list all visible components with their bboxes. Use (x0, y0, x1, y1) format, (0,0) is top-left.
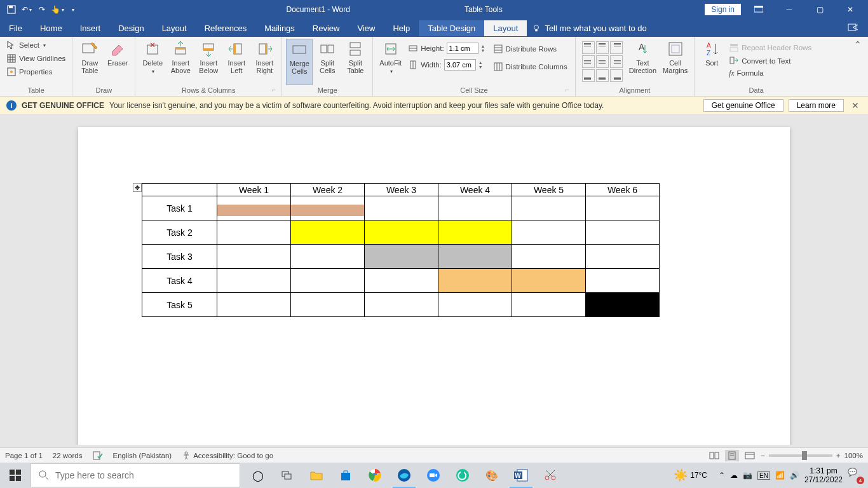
zoom-level[interactable]: 100% (844, 452, 863, 459)
table-cell[interactable] (291, 245, 365, 269)
undo-button[interactable]: ↶▾ (20, 3, 33, 16)
table-cell[interactable] (438, 196, 512, 220)
read-mode-button[interactable] (707, 450, 721, 461)
save-button[interactable] (5, 3, 18, 16)
sign-in-button[interactable]: Sign in (705, 4, 741, 15)
convert-text-button[interactable]: Convert to Text (726, 55, 814, 67)
close-button[interactable]: ✕ (837, 1, 863, 18)
print-layout-button[interactable] (725, 450, 739, 461)
document-table[interactable]: Week 1Week 2Week 3Week 4Week 5Week 6Task… (142, 183, 660, 317)
align-top-left[interactable] (582, 41, 595, 54)
keyboard-layout-icon[interactable]: EN (757, 471, 770, 480)
align-bottom-center[interactable] (596, 69, 609, 82)
draw-table-button[interactable]: DrawTable (76, 39, 103, 85)
zoom-slider[interactable] (769, 454, 832, 457)
weather-widget[interactable]: ☀️17°C (674, 468, 707, 482)
wifi-icon[interactable]: 📶 (775, 471, 785, 480)
accessibility-indicator[interactable]: Accessibility: Good to go (182, 451, 273, 460)
autofit-button[interactable]: AutoFit▾ (377, 39, 404, 85)
table-cell[interactable] (586, 269, 660, 293)
table-cell[interactable] (365, 220, 438, 245)
table-cell[interactable] (438, 293, 512, 317)
web-layout-button[interactable] (743, 450, 757, 461)
eraser-button[interactable]: Eraser (104, 39, 131, 85)
table-cell[interactable] (291, 269, 365, 293)
row-height-input[interactable]: Height:▲▼ (408, 43, 485, 54)
sort-button[interactable]: AZSort (698, 39, 725, 85)
tab-mailings[interactable]: Mailings (255, 20, 304, 36)
paint-icon[interactable]: 🎨 (478, 463, 506, 488)
repeat-header-button[interactable]: Repeat Header Rows (726, 41, 814, 54)
tab-layout[interactable]: Layout (153, 20, 196, 36)
zoom-in-button[interactable]: + (836, 452, 841, 459)
msgbar-close-button[interactable]: ✕ (849, 100, 862, 111)
align-middle-center[interactable] (596, 55, 609, 68)
tab-view[interactable]: View (348, 20, 384, 36)
rows-cols-dialog-launcher[interactable]: ⌐ (272, 86, 280, 94)
tab-home[interactable]: Home (31, 20, 71, 36)
tray-expand-icon[interactable]: ⌃ (719, 471, 725, 480)
language-indicator[interactable]: English (Pakistan) (113, 452, 172, 459)
table-cell[interactable] (512, 269, 586, 293)
tab-table-layout[interactable]: Layout (484, 20, 527, 36)
cortana-icon[interactable]: ◯ (244, 463, 272, 488)
maximize-button[interactable]: ▢ (807, 1, 832, 18)
insert-right-button[interactable]: InsertRight (251, 39, 278, 85)
table-cell[interactable] (512, 293, 586, 317)
properties-button[interactable]: Properties (4, 65, 68, 78)
notifications-icon[interactable]: 💬4 (848, 468, 863, 483)
word-icon[interactable]: W (507, 463, 535, 488)
grammarly-icon[interactable] (449, 463, 477, 488)
zoom-out-button[interactable]: − (761, 452, 765, 459)
formula-button[interactable]: fx Formula (726, 68, 814, 78)
edge-icon[interactable] (390, 463, 418, 488)
ribbon-display-button[interactable] (746, 1, 771, 18)
task-label-cell[interactable]: Task 4 (142, 269, 217, 293)
document-area[interactable]: ✥ Week 1Week 2Week 3Week 4Week 5Week 6Ta… (0, 114, 868, 445)
split-cells-button[interactable]: SplitCells (314, 39, 341, 85)
zoom-icon[interactable] (419, 463, 447, 488)
task-view-icon[interactable] (273, 463, 301, 488)
insert-below-button[interactable]: InsertBelow (195, 39, 222, 85)
task-label-cell[interactable]: Task 2 (142, 220, 217, 245)
table-cell[interactable] (291, 293, 365, 317)
collapse-ribbon-button[interactable]: ⌃ (848, 37, 868, 96)
align-middle-left[interactable] (582, 55, 595, 68)
table-cell[interactable] (438, 220, 512, 245)
merge-cells-button[interactable]: MergeCells (286, 39, 313, 85)
table-cell[interactable] (217, 245, 291, 269)
delete-button[interactable]: ✕Delete▾ (139, 39, 166, 85)
table-cell[interactable] (217, 269, 291, 293)
column-width-input[interactable]: Width:▲▼ (408, 59, 485, 71)
table-header-cell[interactable]: Week 3 (365, 184, 438, 196)
ms-store-icon[interactable] (332, 463, 360, 488)
tell-me-search[interactable]: Tell me what you want to do (532, 24, 646, 33)
share-button[interactable] (848, 22, 868, 34)
table-cell[interactable] (365, 196, 438, 220)
volume-icon[interactable]: 🔊 (790, 471, 799, 480)
redo-button[interactable]: ↷ (36, 3, 48, 16)
tab-help[interactable]: Help (384, 20, 419, 36)
align-bottom-left[interactable] (582, 69, 595, 82)
view-gridlines-button[interactable]: View Gridlines (4, 52, 68, 65)
table-cell[interactable] (365, 293, 438, 317)
distribute-rows-button[interactable]: Distribute Rows (491, 43, 570, 55)
task-label-cell[interactable]: Task 5 (142, 293, 217, 317)
align-middle-right[interactable] (610, 55, 623, 68)
table-cell[interactable] (291, 220, 365, 245)
table-cell[interactable] (291, 196, 365, 220)
minimize-button[interactable]: ─ (776, 1, 802, 18)
table-header-cell[interactable]: Week 2 (291, 184, 365, 196)
task-label-cell[interactable]: Task 3 (142, 245, 217, 269)
table-cell[interactable] (586, 220, 660, 245)
table-move-handle[interactable]: ✥ (133, 183, 142, 192)
learn-more-button[interactable]: Learn more (789, 99, 844, 112)
table-cell[interactable] (365, 245, 438, 269)
table-cell[interactable] (217, 220, 291, 245)
table-cell[interactable] (512, 245, 586, 269)
touch-mode-button[interactable]: 👆▾ (51, 3, 64, 16)
table-header-cell[interactable]: Week 5 (512, 184, 586, 196)
qat-customize[interactable]: ▾ (66, 3, 79, 16)
onedrive-icon[interactable]: ☁ (730, 471, 738, 480)
table-header-cell[interactable]: Week 6 (586, 184, 660, 196)
